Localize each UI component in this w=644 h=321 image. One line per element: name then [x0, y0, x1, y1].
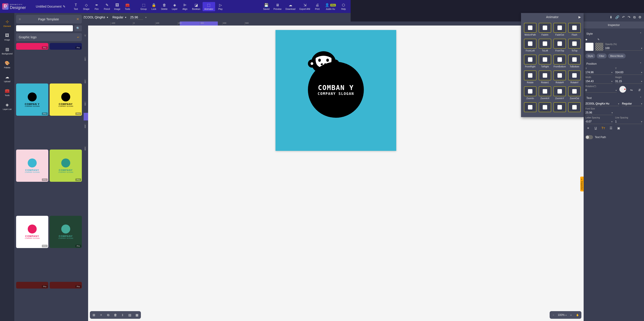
font-size-input[interactable]: [130, 15, 143, 20]
image-menu[interactable]: 🖼Image: [112, 2, 122, 11]
logo-artwork[interactable]: COMBAN Y COMPANY SLOGAN: [308, 50, 350, 118]
boolean-icon: ◪: [194, 3, 198, 8]
rail-background[interactable]: ▨Background: [0, 45, 14, 57]
app-logo[interactable]: DRAWTIFY Designer: [2, 3, 26, 10]
download-icon: ☁: [289, 3, 292, 8]
upload-icon: ☁: [5, 75, 9, 80]
document-title[interactable]: Untitled Document ✎: [36, 5, 66, 8]
pro-tag: Pro: [75, 112, 81, 115]
template-card[interactable]: COMPANYCOMPANY SLOGANPro: [16, 150, 48, 175]
template-card[interactable]: COMPAN YCOMPANY SLOGANPro: [16, 84, 48, 116]
svg-point-3: [310, 62, 313, 65]
category-title: Graphic logo: [19, 35, 36, 39]
left-panel: ⊞ Page Template ✕ 🔍 Graphic logo ↩ ProPr…: [14, 13, 84, 175]
close-panel-icon[interactable]: ✕: [76, 17, 79, 21]
animator-icon: ⬚: [207, 3, 210, 8]
background-icon: ▨: [5, 47, 9, 52]
image-icon: 🖼: [5, 33, 9, 38]
delete-icon: 🗑: [162, 3, 166, 8]
company-name-text[interactable]: COMBAN Y: [318, 84, 350, 92]
font-family-select[interactable]: ZCOOL QingKe ▾: [82, 16, 109, 19]
image-icon: 🖼: [116, 3, 119, 8]
left-icon-rail: ⊹Element🖼Image▨Background🎨Palette☁Upload…: [0, 13, 14, 175]
ruler-vertical: 0100200300400500: [84, 26, 88, 175]
tools-icon: 🧰: [5, 88, 10, 93]
saved-icon: 💾: [264, 3, 268, 8]
pencil-menu[interactable]: ✎Pencil: [102, 2, 112, 11]
shape-icon: ◇: [85, 3, 88, 8]
animator-menu[interactable]: ⬚Animator: [202, 2, 215, 11]
rail-layerlist[interactable]: ◈Layer List: [0, 101, 14, 112]
pen-menu[interactable]: ✒Pen: [92, 2, 102, 11]
layer-icon: ◈: [173, 3, 176, 8]
template-card[interactable]: Pro: [50, 43, 82, 50]
design-page[interactable]: COMBAN Y COMPANY SLOGAN: [276, 30, 350, 151]
text-menu[interactable]: TText: [71, 2, 81, 11]
align-menu[interactable]: ⊫Align: [180, 2, 190, 11]
palette-icon: 🎨: [5, 61, 10, 66]
pen-icon: ✒: [95, 3, 98, 8]
group-menu[interactable]: ⬚Group: [139, 2, 148, 11]
svg-point-5: [318, 59, 321, 62]
export-menu[interactable]: ⇲Export ANI: [298, 2, 312, 11]
shape-menu[interactable]: ◇Shape: [81, 2, 91, 11]
lock-icon: 🔒: [152, 3, 156, 8]
boolean-menu[interactable]: ◪Boolean: [190, 2, 202, 11]
saved-menu[interactable]: 💾Saved: [262, 2, 271, 11]
pro-tag: Pro: [42, 46, 48, 49]
template-card[interactable]: COMPANYCOMPANY SLOGANPro: [50, 84, 82, 116]
template-card[interactable]: COMPANYCOMPANY SLOGANPro: [50, 150, 82, 175]
layerlist-icon: ◈: [6, 102, 9, 107]
play-icon: ▷: [219, 3, 222, 8]
canvas-viewport[interactable]: COMBAN Y COMPANY SLOGAN: [88, 26, 350, 175]
search-button[interactable]: 🔍: [74, 25, 82, 31]
template-search-input[interactable]: [16, 25, 73, 31]
play-menu[interactable]: ▷Play: [216, 2, 226, 11]
element-icon: ⊹: [6, 19, 9, 24]
preview-icon: 🖥: [276, 3, 279, 8]
user-menu[interactable]: 👤Pro Justin Xu: [323, 2, 338, 11]
template-card[interactable]: Pro: [16, 43, 48, 50]
layer-menu[interactable]: ◈Layer: [170, 2, 180, 11]
group-icon: ⬚: [142, 3, 145, 8]
canvas-area: -1000100200300400500 0100200300400500: [84, 22, 350, 175]
help-button[interactable]: ⬡ Help: [338, 2, 348, 11]
top-menu-bar: DRAWTIFY Designer Untitled Document ✎ TT…: [0, 0, 350, 13]
template-grid: ProProCOMPAN YCOMPANY SLOGANProCOMPANYCO…: [14, 43, 84, 175]
download-menu[interactable]: ☁Download: [284, 2, 297, 11]
panel-header: ⊞ Page Template ✕: [16, 15, 82, 24]
print-icon: 🖨: [316, 3, 319, 8]
ruler-horizontal: -1000100200300400500: [88, 22, 350, 26]
rail-upload[interactable]: ☁Upload: [0, 73, 14, 84]
category-header: Graphic logo ↩: [16, 33, 82, 41]
rail-element[interactable]: ⊹Element: [0, 18, 14, 29]
print-menu[interactable]: 🖨Print: [312, 2, 322, 11]
pencil-icon: ✎: [106, 3, 108, 8]
brand-big: Designer: [10, 5, 26, 10]
pro-tag: Pro: [42, 112, 48, 115]
tools-menu[interactable]: 🧰Tools: [122, 2, 132, 11]
text-icon: T: [75, 3, 77, 8]
edit-title-icon[interactable]: ✎: [63, 5, 66, 8]
pro-tag: Pro: [75, 46, 81, 49]
lock-menu[interactable]: 🔒Lock: [149, 2, 159, 11]
rail-palette[interactable]: 🎨Palette: [0, 59, 14, 71]
rail-image[interactable]: 🖼Image: [0, 31, 14, 43]
delete-menu[interactable]: 🗑Delete: [159, 2, 169, 11]
preview-menu[interactable]: 🖥Preview: [272, 2, 283, 11]
export-icon: ⇲: [304, 3, 306, 8]
rail-tools[interactable]: 🧰Tools: [0, 87, 14, 98]
panel-title: Page Template: [38, 18, 59, 21]
svg-point-6: [326, 59, 329, 62]
company-slogan-text[interactable]: COMPANY SLOGAN: [318, 92, 350, 96]
tools-icon: 🧰: [125, 3, 130, 8]
template-icon: ⊞: [19, 18, 21, 21]
align-icon: ⊫: [183, 3, 186, 8]
font-weight-select[interactable]: Regular ▾: [112, 16, 128, 19]
logo-icon: [2, 3, 8, 10]
back-icon[interactable]: ↩: [77, 36, 79, 39]
